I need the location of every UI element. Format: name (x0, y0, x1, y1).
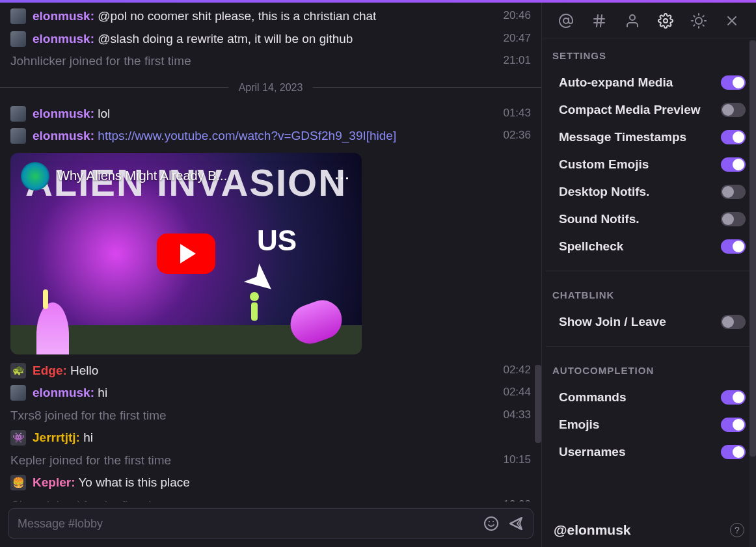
message-row: 👾Jerrrtjtj: hi (0, 427, 541, 449)
setting-toggle[interactable] (721, 418, 746, 432)
message-row: elonmusk: @slash doing a rewrite atm, it… (0, 28, 541, 51)
theme-tab-icon[interactable] (688, 10, 709, 31)
composer-box (8, 508, 533, 539)
message-row: elonmusk: hi02:44 (0, 382, 541, 405)
settings-section-chatblink: CHATBLINKShow Join / Leave (542, 278, 756, 340)
message-username[interactable]: Jerrrtjtj: (33, 431, 80, 444)
setting-row: Compact Media Preview (552, 96, 746, 124)
sidebar-footer: @elonmusk ? (542, 514, 756, 547)
system-text: Txrs8 joined for the first time (10, 407, 503, 425)
message-row: elonmusk: lol01:43 (0, 103, 541, 126)
section-header: CHATBLINK (552, 289, 746, 300)
svg-line-14 (703, 25, 703, 25)
chat-scrollbar-thumb[interactable] (535, 365, 541, 443)
avatar[interactable]: 👾 (10, 430, 26, 446)
timestamp: 13:08 (503, 496, 531, 502)
setting-row: Usernames (552, 438, 746, 466)
help-icon[interactable]: ? (730, 523, 744, 537)
channels-tab-icon[interactable] (589, 10, 610, 31)
settings-body: SETTINGSAuto-expand MediaCompact Media P… (542, 38, 756, 470)
user-handle[interactable]: @elonmusk (554, 522, 631, 538)
chat-log[interactable]: elonmusk: @pol no coomer shit please, th… (0, 3, 541, 501)
system-text: Kepler joined for the first time (10, 451, 503, 470)
sidebar-scrollbar-thumb[interactable] (749, 40, 756, 457)
play-button-icon[interactable] (157, 233, 215, 274)
message-username[interactable]: elonmusk: (33, 107, 94, 120)
message-username[interactable]: Kepler: (33, 475, 75, 489)
svg-point-8 (630, 15, 635, 20)
settings-section-autocompletion: AUTOCOMPLETIONCommandsEmojisUsernames (542, 353, 756, 470)
setting-label: Emojis (559, 418, 599, 432)
embed-more-icon[interactable]: ⋮ (333, 170, 351, 182)
setting-toggle[interactable] (721, 239, 746, 254)
timestamp: 04:33 (503, 407, 531, 425)
channel-avatar-icon (21, 162, 49, 191)
system-message: Johnlicker joined for the first time21:0… (0, 50, 541, 73)
setting-label: Auto-expand Media (559, 75, 673, 90)
message-text: hi (98, 386, 107, 399)
setting-label: Desktop Notifs. (559, 185, 649, 199)
setting-toggle[interactable] (721, 390, 746, 405)
avatar[interactable] (10, 106, 26, 122)
timestamp: 02:42 (495, 362, 531, 379)
timestamp: 02:44 (495, 384, 531, 401)
section-divider (546, 271, 752, 271)
setting-toggle[interactable] (721, 157, 746, 172)
chat-scrollbar[interactable] (535, 3, 541, 508)
setting-toggle[interactable] (721, 212, 746, 226)
avatar[interactable] (10, 128, 26, 144)
system-text: Cham joined for the first time (10, 496, 503, 502)
timestamp: 20:47 (495, 30, 531, 47)
setting-row: Spellcheck (552, 233, 746, 260)
message-username[interactable]: elonmusk: (33, 9, 94, 23)
setting-label: Usernames (559, 445, 625, 459)
hide-toggle[interactable]: [hide] (366, 129, 396, 142)
avatar[interactable]: 🍔 (10, 475, 26, 490)
message-row: 🍔Kepler: Yo what is this place (0, 472, 541, 494)
setting-label: Commands (559, 390, 626, 405)
system-text: Johnlicker joined for the first time (10, 52, 503, 71)
setting-toggle[interactable] (721, 445, 746, 459)
mentions-tab-icon[interactable] (556, 10, 576, 31)
setting-toggle[interactable] (721, 185, 746, 199)
avatar[interactable] (10, 31, 26, 47)
setting-label: Custom Emojis (559, 157, 649, 172)
emoji-picker-icon[interactable] (483, 516, 499, 531)
svg-point-3 (563, 18, 569, 23)
video-embed[interactable]: ALIEN INVASIONUS➤Why Aliens Might Alread… (10, 153, 362, 354)
close-icon[interactable] (722, 10, 742, 31)
setting-toggle[interactable] (721, 103, 746, 117)
message-text: Yo what is this place (78, 475, 189, 489)
message-row: elonmusk: @pol no coomer shit please, th… (0, 5, 541, 28)
settings-tab-icon[interactable] (655, 10, 676, 31)
users-tab-icon[interactable] (622, 10, 643, 31)
message-link[interactable]: https://www.youtube.com/watch?v=GDSf2h9_… (98, 129, 366, 142)
embed-header: Why Aliens Might Already B...⋮ (21, 162, 351, 191)
send-icon[interactable] (508, 516, 524, 531)
message-username[interactable]: elonmusk: (33, 386, 94, 399)
setting-toggle[interactable] (721, 130, 746, 144)
section-header: SETTINGS (552, 50, 746, 61)
setting-row: Emojis (552, 411, 746, 438)
message-username[interactable]: elonmusk: (33, 129, 94, 142)
system-message: Txrs8 joined for the first time04:33 (0, 405, 541, 427)
svg-point-9 (664, 19, 668, 23)
avatar[interactable]: 🐢 (10, 363, 26, 379)
message-text: hi (83, 431, 93, 444)
svg-line-18 (703, 16, 703, 16)
timestamp: 10:15 (503, 451, 531, 470)
embed-title: Why Aliens Might Already B... (57, 168, 333, 183)
setting-toggle[interactable] (721, 75, 746, 90)
svg-line-7 (601, 15, 602, 27)
system-message: Kepler joined for the first time10:15 (0, 449, 541, 472)
avatar[interactable] (10, 8, 26, 24)
message-input[interactable] (18, 517, 474, 531)
setting-toggle[interactable] (721, 315, 746, 329)
chat-pane: elonmusk: @pol no coomer shit please, th… (0, 3, 541, 547)
avatar[interactable] (10, 385, 26, 401)
setting-row: Custom Emojis (552, 151, 746, 178)
date-divider: April 14, 2023 (0, 75, 541, 100)
message-username[interactable]: Edge: (33, 364, 67, 377)
message-username[interactable]: elonmusk: (33, 32, 94, 46)
message-text: @pol no coomer shit please, this is a ch… (98, 9, 376, 23)
